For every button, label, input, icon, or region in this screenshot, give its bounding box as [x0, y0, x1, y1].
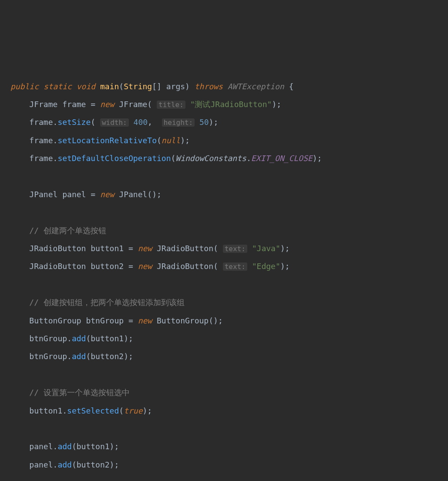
type-jpanel: JPanel	[29, 190, 57, 199]
code-line: // 创建按钮组，把两个单选按钮添加到该组	[10, 298, 185, 307]
dot: .	[62, 406, 67, 415]
semicolon: ;	[147, 406, 152, 415]
ctor-buttongroup: ButtonGroup	[157, 316, 209, 325]
paren-close: )	[152, 190, 157, 199]
string-literal: "Java"	[252, 244, 280, 253]
exception-type: AWTException	[228, 82, 284, 91]
semicolon: ;	[213, 118, 218, 127]
paren-close: )	[110, 460, 115, 469]
keyword-new: new	[138, 316, 152, 325]
indent	[10, 226, 29, 235]
equals: =	[124, 316, 138, 325]
paren-open: (	[91, 118, 95, 127]
keyword-new: new	[138, 244, 152, 253]
indent	[10, 406, 29, 415]
code-line: JRadioButton button1 = new JRadioButton(…	[10, 244, 290, 253]
keyword-void: void	[77, 82, 95, 91]
code-editor[interactable]: public static void main(String[] args) t…	[10, 77, 443, 481]
paren-close: )	[272, 100, 276, 109]
method-add: add	[72, 334, 86, 343]
code-line: frame.setDefaultCloseOperation(WindowCon…	[10, 154, 322, 163]
class-windowconstants: WindowConstants	[175, 154, 246, 163]
semicolon: ;	[285, 244, 290, 253]
arg-button1: button1	[77, 442, 110, 451]
type-jradiobutton: JRadioButton	[29, 244, 86, 253]
ctor-jpanel: JPanel	[119, 190, 147, 199]
paren-close: )	[280, 244, 285, 253]
code-line: JPanel panel = new JPanel();	[10, 190, 162, 199]
arg-button2: button2	[91, 352, 124, 361]
semicolon: ;	[114, 442, 119, 451]
dot: .	[67, 334, 72, 343]
keyword-null: null	[162, 136, 180, 145]
paren-open: (	[171, 154, 175, 163]
param-hint-height: height:	[162, 118, 195, 127]
semicolon: ;	[285, 262, 290, 271]
paren-open: (	[119, 406, 124, 415]
dot: .	[53, 118, 58, 127]
paren-open: (	[86, 352, 91, 361]
paren-close: )	[180, 136, 185, 145]
var-panel: panel	[62, 190, 86, 199]
var-button2: button2	[91, 262, 124, 271]
obj-frame: frame	[29, 118, 53, 127]
semicolon: ;	[157, 190, 162, 199]
param-hint-title: title:	[157, 101, 185, 109]
keyword-public: public	[10, 82, 39, 91]
semicolon: ;	[317, 154, 322, 163]
number-literal: 50	[199, 118, 209, 127]
number-literal: 400	[134, 118, 148, 127]
indent	[10, 388, 29, 397]
indent	[10, 154, 29, 163]
method-add: add	[57, 442, 72, 451]
comment: // 创建按钮组，把两个单选按钮添加到该组	[29, 298, 185, 307]
obj-panel: panel	[29, 460, 53, 469]
keyword-new: new	[100, 100, 115, 109]
param-hint-text: text:	[223, 262, 247, 271]
type-buttongroup: ButtonGroup	[29, 316, 81, 325]
equals: =	[86, 190, 100, 199]
paren-open: (	[119, 82, 124, 91]
code-line: button1.setSelected(true);	[10, 406, 152, 415]
indent	[10, 118, 29, 127]
var-button1: button1	[91, 244, 124, 253]
code-line: panel.add(button2);	[10, 460, 119, 469]
dot: .	[53, 460, 58, 469]
indent	[10, 334, 29, 343]
semicolon: ;	[114, 460, 119, 469]
paren-open: (	[213, 244, 218, 253]
indent	[10, 100, 29, 109]
method-setselected: setSelected	[67, 406, 119, 415]
keyword-new: new	[138, 262, 152, 271]
paren-open: (	[157, 136, 162, 145]
obj-btngroup: btnGroup	[29, 334, 67, 343]
semicolon: ;	[218, 316, 223, 325]
indent	[10, 352, 29, 361]
paren-close: )	[110, 442, 115, 451]
const-exit-on-close: EXIT_ON_CLOSE	[251, 154, 313, 163]
equals: =	[124, 262, 138, 271]
method-add: add	[57, 460, 72, 469]
indent	[10, 298, 29, 307]
paren-open: (	[213, 262, 218, 271]
string-literal: "Edge"	[252, 262, 280, 271]
indent	[10, 316, 29, 325]
code-line: ButtonGroup btnGroup = new ButtonGroup()…	[10, 316, 223, 325]
paren-close: )	[213, 316, 218, 325]
paren-close: )	[124, 352, 128, 361]
indent	[10, 136, 29, 145]
param-hint-text: text:	[223, 245, 247, 253]
semicolon: ;	[128, 352, 133, 361]
indent	[10, 244, 29, 253]
array-brackets: []	[152, 82, 162, 91]
indent	[10, 262, 29, 271]
paren-close: )	[185, 82, 190, 91]
dot: .	[67, 352, 72, 361]
obj-frame: frame	[29, 154, 53, 163]
dot: .	[53, 442, 58, 451]
obj-btngroup: btnGroup	[29, 352, 67, 361]
type-jframe: JFrame	[29, 100, 57, 109]
code-line: // 设置第一个单选按钮选中	[10, 388, 130, 397]
var-frame: frame	[62, 100, 86, 109]
brace-open: {	[289, 82, 294, 91]
